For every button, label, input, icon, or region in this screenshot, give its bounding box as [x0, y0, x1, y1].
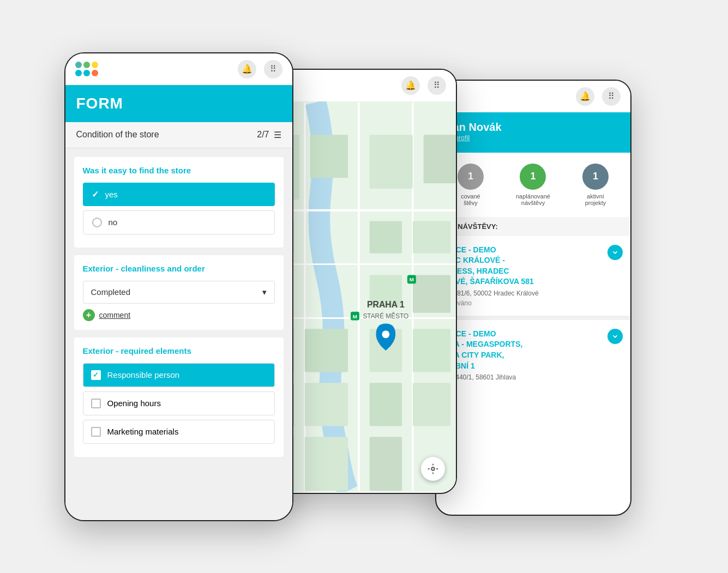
form-title: FORM — [76, 95, 281, 112]
svg-rect-25 — [304, 437, 347, 491]
option-yes[interactable]: ✓ yes — [83, 183, 275, 206]
logo-dot — [83, 62, 90, 68]
add-comment-row[interactable]: + comment — [83, 309, 275, 321]
section-label: Condition of the store — [76, 130, 159, 140]
svg-rect-9 — [369, 135, 412, 189]
section-exterior-required: Exterior - required elements ✓ Responsib… — [74, 337, 284, 457]
dropdown-value: Completed — [91, 287, 131, 297]
checkbox-checked-icon: ✓ — [91, 370, 101, 380]
stat-visited: 1 covanéštěvy — [458, 164, 484, 206]
stats-row: 1 covanéštěvy 1 naplánovanénávštěvy 1 ak… — [436, 153, 630, 217]
svg-rect-12 — [369, 221, 401, 253]
visit-card-1[interactable]: KACE - DEMODEC KRÁLOVÉ -ITNESS, HRADECLO… — [436, 237, 630, 315]
section-exterior-cleanliness: Exterior - cleanliness and order Complet… — [74, 255, 284, 330]
svg-text:M: M — [409, 276, 413, 282]
notification-icon-3[interactable]: 🔔 — [576, 87, 594, 106]
svg-rect-17 — [304, 329, 347, 372]
stat-count-visited: 1 — [468, 171, 473, 182]
phone3-header: 🔔 ⠿ — [436, 81, 630, 112]
visit1-status: racováno — [445, 299, 622, 307]
header-icons-2: 🔔 ⠿ — [401, 76, 446, 95]
dropdown-completed[interactable]: Completed ▾ — [83, 281, 275, 304]
header-icons-3: 🔔 ⠿ — [576, 87, 621, 106]
user-name: Jan Novák — [447, 121, 619, 134]
form-body: Was it easy to find the store ✓ yes no E… — [65, 148, 292, 521]
stat-count-projects: 1 — [593, 171, 598, 182]
scene: 🔔 ⠿ FORM Condition of the store 2/7 ☰ Wa… — [64, 36, 664, 538]
checkbox-responsible[interactable]: ✓ Responsible person — [83, 363, 275, 387]
grid-icon[interactable]: ⠿ — [264, 60, 282, 79]
section-find-store: Was it easy to find the store ✓ yes no — [74, 157, 284, 248]
svg-text:M: M — [352, 313, 357, 319]
stat-circle-planned: 1 — [520, 164, 546, 190]
visit1-title: KACE - DEMODEC KRÁLOVÉ -ITNESS, HRADECLO… — [445, 245, 622, 287]
profile-link[interactable]: ůj profil — [447, 134, 619, 142]
checkbox-empty-icon — [91, 399, 101, 408]
svg-rect-13 — [412, 221, 450, 253]
option-no-label: no — [109, 218, 118, 227]
svg-rect-22 — [369, 383, 401, 426]
visit2-address: ní 5440/1, 58601 Jihlava — [445, 373, 622, 381]
checkbox-empty-icon — [91, 427, 101, 437]
header-icons: 🔔 ⠿ — [238, 60, 282, 79]
svg-rect-10 — [423, 135, 455, 183]
menu-icon: ☰ — [274, 130, 281, 140]
logo-dot — [75, 62, 82, 68]
option-yes-label: yes — [105, 190, 118, 199]
svg-text:STARÉ MĚSTO: STARÉ MĚSTO — [363, 311, 408, 319]
svg-rect-23 — [412, 383, 450, 426]
phone-form: 🔔 ⠿ FORM Condition of the store 2/7 ☰ Wa… — [64, 52, 293, 521]
visit-separator — [436, 316, 630, 320]
step-counter: 2/7 — [257, 130, 269, 140]
stat-circle-projects: 1 — [582, 164, 609, 190]
svg-rect-21 — [304, 383, 347, 426]
form-subtitle: Condition of the store 2/7 ☰ — [65, 122, 292, 148]
profile-header: Jan Novák ůj profil — [436, 112, 630, 153]
visit2-chevron-icon[interactable] — [607, 329, 623, 344]
svg-point-35 — [431, 467, 435, 471]
svg-rect-8 — [310, 135, 347, 178]
visit-card-2[interactable]: KACE - DEMOAVA - MEGASPORTS,AVA CITY PAR… — [436, 321, 630, 391]
grid-icon-3[interactable]: ⠿ — [602, 87, 621, 106]
checkbox-marketing-label: Marketing materials — [107, 427, 179, 436]
visit2-title: KACE - DEMOAVA - MEGASPORTS,AVA CITY PAR… — [445, 329, 622, 371]
section1-title: Was it easy to find the store — [83, 166, 275, 175]
visit1-address: va 581/6, 50002 Hradec Králové — [445, 289, 622, 297]
radio-circle-icon — [92, 218, 102, 227]
phone1-header: 🔔 ⠿ — [65, 53, 292, 85]
checkbox-opening[interactable]: Opening hours — [83, 391, 275, 415]
logo-dot — [92, 70, 98, 76]
location-button[interactable] — [421, 457, 445, 481]
stat-projects: 1 aktivníprojekty — [582, 164, 609, 206]
comment-label: comment — [99, 311, 131, 319]
checkbox-responsible-label: Responsible person — [107, 370, 180, 379]
step-menu: 2/7 ☰ — [257, 130, 281, 140]
plus-icon: + — [83, 309, 95, 321]
section2-title: Exterior - cleanliness and order — [83, 264, 275, 273]
grid-icon-2[interactable]: ⠿ — [428, 76, 446, 95]
visit1-chevron-icon[interactable] — [607, 245, 623, 260]
svg-rect-26 — [369, 437, 401, 491]
logo-dot — [83, 70, 90, 76]
option-no[interactable]: no — [83, 210, 275, 234]
notification-icon-2[interactable]: 🔔 — [401, 76, 420, 95]
phone-profile: 🔔 ⠿ Jan Novák ůj profil 1 covanéštěvy 1 … — [435, 80, 631, 516]
checkbox-marketing[interactable]: Marketing materials — [83, 420, 275, 444]
svg-text:PRAHA 1: PRAHA 1 — [366, 299, 404, 309]
stat-circle-visited: 1 — [458, 164, 484, 190]
stat-count-planned: 1 — [530, 171, 536, 182]
checkmark-icon: ✓ — [92, 189, 99, 200]
checkbox-opening-label: Opening hours — [107, 399, 161, 408]
stat-label-visited: covanéštěvy — [461, 193, 480, 206]
app-logo — [75, 62, 98, 76]
form-title-bar: FORM — [65, 85, 292, 122]
svg-point-30 — [382, 330, 389, 338]
svg-rect-19 — [412, 329, 450, 372]
notification-icon[interactable]: 🔔 — [238, 60, 256, 79]
chevron-down-icon: ▾ — [262, 287, 267, 297]
stat-label-planned: naplánovanénávštěvy — [516, 193, 550, 206]
svg-rect-15 — [412, 275, 450, 312]
section3-title: Exterior - required elements — [83, 346, 275, 355]
logo-dot — [75, 70, 82, 76]
visits-section-header: ŽŠÍ NÁVŠTĚVY: — [436, 217, 630, 236]
